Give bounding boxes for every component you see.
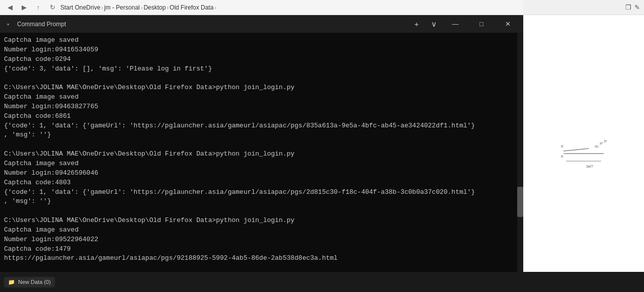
right-panel-toolbar: ❐ ✎ bbox=[523, 0, 644, 15]
terminal-content[interactable]: Captcha image saved Number login:0941653… bbox=[0, 33, 523, 289]
nav-up-btn[interactable]: ↑ bbox=[32, 2, 44, 14]
path-item-3[interactable]: Desktop bbox=[143, 4, 166, 11]
panel-icon-1[interactable]: ❐ bbox=[625, 4, 631, 11]
panel-icon-2[interactable]: ✎ bbox=[634, 4, 640, 11]
nav-refresh-btn[interactable]: ↻ bbox=[46, 2, 58, 14]
nav-forward-btn[interactable]: ▶ bbox=[18, 2, 30, 14]
terminal-icon: ▪ bbox=[4, 20, 12, 28]
path-item-2[interactable]: jm - Personal bbox=[104, 4, 140, 11]
path-sep-1: › bbox=[101, 5, 103, 11]
path-sep-2: › bbox=[141, 5, 143, 11]
breadcrumb: Start OneDrive › jm - Personal › Desktop… bbox=[60, 4, 216, 11]
terminal-window: ▪ Command Prompt + ∨ — □ ✕ Captcha image… bbox=[0, 15, 523, 289]
close-button[interactable]: ✕ bbox=[496, 15, 519, 33]
path-sep-3: › bbox=[167, 5, 169, 11]
terminal-scrollbar[interactable] bbox=[517, 33, 523, 289]
svg-text:6: 6 bbox=[561, 154, 564, 159]
svg-line-1 bbox=[564, 149, 589, 151]
taskbar-item[interactable]: 📁 New Data (0) bbox=[4, 277, 55, 287]
svg-text:du: du bbox=[595, 144, 599, 148]
svg-text:a³: a³ bbox=[600, 141, 603, 145]
add-tab-button[interactable]: + bbox=[410, 17, 424, 31]
taskbar-item-label: New Data (0) bbox=[18, 279, 51, 285]
svg-text:3a²7: 3a²7 bbox=[586, 165, 593, 168]
svg-text:3²: 3² bbox=[604, 139, 607, 143]
path-sep-4: › bbox=[214, 5, 216, 11]
svg-text:6: 6 bbox=[561, 144, 564, 149]
right-panel-content: 6 du a³ 3² 6 3a²7 bbox=[523, 15, 644, 292]
scrollbar-thumb[interactable] bbox=[517, 187, 523, 217]
taskbar: 📁 New Data (0) bbox=[0, 272, 644, 292]
taskbar-item-icon: 📁 bbox=[8, 279, 15, 285]
right-panel: ❐ ✎ 6 du a³ 3² 6 3a²7 bbox=[523, 0, 644, 292]
terminal-title: Command Prompt bbox=[17, 21, 407, 28]
path-item-1[interactable]: Start OneDrive bbox=[60, 4, 100, 11]
nav-back-btn[interactable]: ◀ bbox=[4, 2, 16, 14]
terminal-titlebar: ▪ Command Prompt + ∨ — □ ✕ bbox=[0, 15, 523, 33]
tab-dropdown-button[interactable]: ∨ bbox=[427, 17, 441, 31]
sketch-svg: 6 du a³ 3² 6 3a²7 bbox=[558, 133, 609, 174]
maximize-button[interactable]: □ bbox=[470, 15, 493, 33]
path-item-4[interactable]: Old Firefox Data bbox=[170, 4, 213, 11]
minimize-button[interactable]: — bbox=[444, 15, 467, 33]
